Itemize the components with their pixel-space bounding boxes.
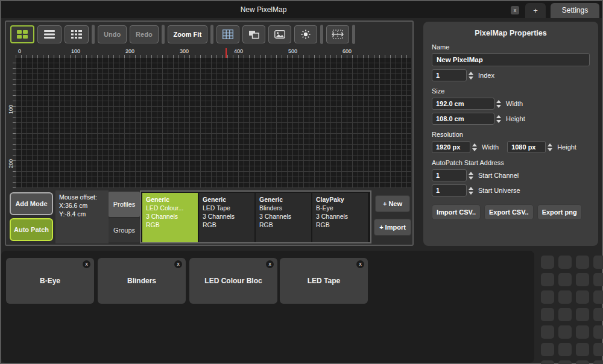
- overlap-shapes-button[interactable]: [242, 25, 265, 43]
- toggle-grid-button[interactable]: [216, 25, 239, 43]
- name-input[interactable]: [432, 53, 590, 66]
- stepper-arrows[interactable]: [496, 115, 501, 123]
- redo-button[interactable]: Redo: [130, 25, 159, 43]
- res-height-label: Height: [557, 143, 576, 151]
- pixelmap-editor-panel: Undo Redo Zoom Fit: [5, 20, 414, 246]
- width-value[interactable]: 192.0 cm: [432, 98, 494, 110]
- profile-model: LED Tape: [203, 204, 251, 212]
- tab-settings[interactable]: Settings: [551, 3, 599, 18]
- stepper-arrows[interactable]: [548, 143, 552, 151]
- empty-slot: [558, 290, 572, 304]
- ruler-label: 400: [234, 48, 243, 54]
- empty-slot: [593, 325, 603, 339]
- brightness-button[interactable]: [294, 25, 317, 43]
- empty-slot: [541, 273, 554, 286]
- view-table-button[interactable]: [65, 25, 89, 43]
- fixture-card[interactable]: Blinders x: [98, 258, 186, 304]
- step-down-icon[interactable]: [496, 105, 501, 108]
- tab-groups[interactable]: Groups: [109, 218, 140, 242]
- stepper-arrows[interactable]: [469, 172, 473, 180]
- step-up-icon[interactable]: [469, 72, 473, 75]
- step-up-icon[interactable]: [496, 100, 501, 103]
- import-profile-button[interactable]: + Import: [374, 219, 411, 236]
- profile-model: LED Colour...: [146, 204, 194, 212]
- pixelmap-canvas[interactable]: [16, 58, 411, 188]
- start-channel-value[interactable]: 1: [432, 169, 467, 181]
- view-list-button[interactable]: [37, 25, 62, 43]
- profile-maker: Generic: [146, 195, 194, 204]
- step-up-icon[interactable]: [472, 143, 477, 146]
- empty-slot: [541, 325, 554, 339]
- empty-slot: [576, 308, 589, 321]
- step-up-icon[interactable]: [548, 143, 552, 146]
- pan-grid-button[interactable]: [326, 25, 349, 43]
- ruler-label: 0: [18, 48, 21, 54]
- profile-card[interactable]: Generic Blinders 3 Channels RGB: [256, 193, 311, 243]
- height-stepper: 108.0 cm: [432, 113, 501, 125]
- new-tab-button[interactable]: +: [525, 3, 546, 18]
- window-title: New PixelMap: [1, 1, 526, 18]
- grid-view-icon: [17, 30, 28, 39]
- ruler-label: 600: [343, 48, 352, 54]
- fixture-label: LED Tape: [308, 277, 340, 285]
- stepper-arrows[interactable]: [496, 100, 501, 108]
- close-tab-button[interactable]: x: [511, 6, 519, 14]
- tab-profiles[interactable]: Profiles: [109, 192, 140, 217]
- view-grid-button[interactable]: [10, 25, 34, 43]
- step-up-icon[interactable]: [469, 187, 473, 190]
- profile-channels: 3 Channels: [146, 212, 194, 221]
- step-down-icon[interactable]: [472, 148, 477, 151]
- fixture-card[interactable]: LED Tape x: [280, 258, 368, 304]
- height-value[interactable]: 108.0 cm: [432, 113, 494, 125]
- titlebar: New PixelMap x + Settings: [1, 1, 602, 18]
- height-label: Height: [506, 115, 525, 122]
- empty-slot: [593, 360, 603, 364]
- index-value[interactable]: 1: [432, 69, 467, 81]
- step-up-icon[interactable]: [469, 172, 473, 175]
- export-png-button[interactable]: Export png: [537, 204, 582, 220]
- fixture-card[interactable]: B-Eye x: [6, 258, 94, 304]
- empty-slot: [593, 273, 603, 286]
- cursor-position-marker: [226, 48, 227, 58]
- start-universe-value[interactable]: 1: [432, 184, 467, 196]
- res-height-value[interactable]: 1080 px: [507, 141, 546, 153]
- remove-fixture-button[interactable]: x: [174, 260, 182, 268]
- editor-toolbar: Undo Redo Zoom Fit: [7, 23, 411, 46]
- stepper-arrows[interactable]: [469, 72, 473, 80]
- toolbar-separator: [92, 25, 95, 44]
- step-down-icon[interactable]: [469, 177, 473, 180]
- export-csv-button[interactable]: Export CSV..: [484, 204, 534, 220]
- image-button[interactable]: [268, 25, 291, 43]
- fixture-tray: B-Eye x Blinders x LED Colour Bloc x LED…: [1, 251, 534, 363]
- step-down-icon[interactable]: [469, 192, 473, 195]
- profile-card[interactable]: ClayPaky B-Eye 3 Channels RGB: [312, 193, 368, 243]
- stepper-arrows[interactable]: [472, 143, 477, 151]
- res-width-value[interactable]: 1920 px: [432, 141, 470, 153]
- profile-card[interactable]: Generic LED Colour... 3 Channels RGB: [142, 193, 198, 243]
- profile-maker: Generic: [203, 195, 251, 204]
- image-icon: [274, 30, 285, 39]
- empty-slot: [558, 273, 572, 286]
- undo-button[interactable]: Undo: [98, 25, 127, 43]
- ruler-label: 200: [125, 48, 134, 54]
- stepper-arrows[interactable]: [469, 187, 473, 195]
- fixture-card[interactable]: LED Colour Bloc x: [189, 258, 277, 304]
- remove-fixture-button[interactable]: x: [83, 260, 90, 268]
- new-profile-button[interactable]: + New: [375, 195, 410, 212]
- empty-slot: [576, 325, 589, 339]
- auto-patch-button[interactable]: Auto Patch: [10, 218, 53, 241]
- profile-card[interactable]: Generic LED Tape 3 Channels RGB: [199, 193, 254, 243]
- step-down-icon[interactable]: [469, 77, 473, 80]
- step-down-icon[interactable]: [548, 148, 552, 151]
- import-csv-button[interactable]: Import CSV..: [432, 204, 481, 220]
- empty-slot: [593, 290, 603, 304]
- step-down-icon[interactable]: [496, 120, 501, 123]
- zoom-fit-button[interactable]: Zoom Fit: [168, 25, 207, 43]
- remove-fixture-button[interactable]: x: [356, 260, 364, 268]
- add-mode-button[interactable]: Add Mode: [10, 192, 53, 215]
- empty-slot: [558, 325, 572, 339]
- remove-fixture-button[interactable]: x: [266, 260, 274, 268]
- empty-slot: [541, 308, 554, 321]
- profile-channels: 3 Channels: [259, 212, 308, 221]
- step-up-icon[interactable]: [496, 115, 501, 118]
